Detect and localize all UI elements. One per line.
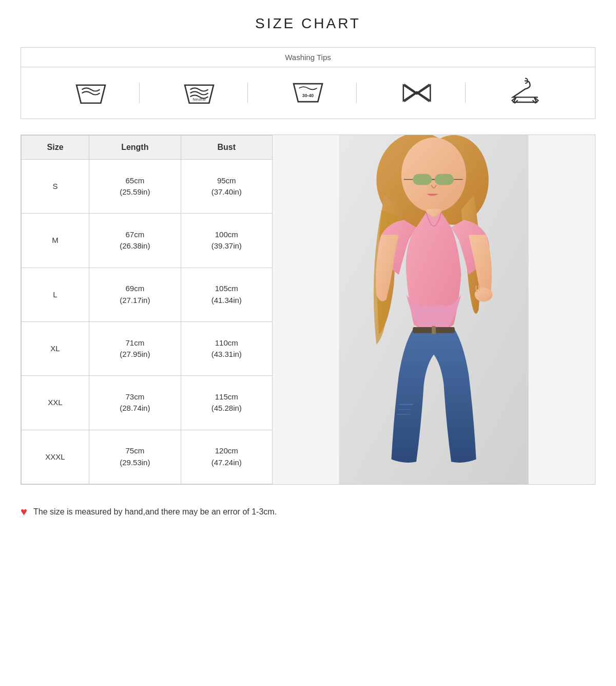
product-image-area: [273, 135, 595, 484]
washing-header: Washing Tips: [21, 48, 595, 67]
hang-dry-icon: [507, 78, 543, 108]
footer-note: ♥ The size is measured by hand,and there…: [21, 500, 595, 524]
table-row: M67cm (26.38in)100cm (39.37in): [22, 214, 273, 268]
footer-text: The size is measured by hand,and there m…: [33, 507, 277, 517]
table-row: XXL73cm (28.74in)115cm (45.28in): [22, 376, 273, 430]
hand-wash-icon-item: [73, 78, 109, 108]
col-header-size: Size: [22, 136, 89, 160]
cell-size: L: [22, 268, 89, 321]
cell-bust: 120cm (47.24in): [181, 430, 272, 484]
cell-size: S: [22, 160, 89, 214]
table-row: XXXL75cm (29.53in)120cm (47.24in): [22, 430, 273, 484]
cell-size: M: [22, 214, 89, 268]
svg-text:Neutral: Neutral: [193, 97, 206, 102]
hand-wash-icon: [73, 78, 109, 108]
page-title: SIZE CHART: [255, 15, 361, 32]
cell-length: 69cm (27.17in): [89, 268, 181, 321]
neutral-wash-icon: Neutral: [181, 78, 217, 108]
table-row: L69cm (27.17in)105cm (41.34in): [22, 268, 273, 321]
cell-size: XXL: [22, 376, 89, 430]
cell-size: XL: [22, 321, 89, 375]
no-dryclean-icon: [399, 78, 435, 108]
cell-length: 73cm (28.74in): [89, 376, 181, 430]
svg-point-15: [475, 288, 493, 301]
cell-bust: 95cm (37.40in): [181, 160, 272, 214]
svg-point-7: [401, 138, 466, 213]
size-table: Size Length Bust S65cm (25.59in)95cm (37…: [21, 135, 273, 484]
product-figure-svg: [336, 135, 531, 484]
svg-rect-8: [413, 174, 432, 185]
cell-length: 71cm (27.95in): [89, 321, 181, 375]
cell-length: 75cm (29.53in): [89, 430, 181, 484]
temp-wash-icon-item: 30-40: [290, 78, 326, 108]
col-header-bust: Bust: [181, 136, 272, 160]
cell-bust: 105cm (41.34in): [181, 268, 272, 321]
table-row: S65cm (25.59in)95cm (37.40in): [22, 160, 273, 214]
table-row: XL71cm (27.95in)110cm (43.31in): [22, 321, 273, 375]
cell-bust: 115cm (45.28in): [181, 376, 272, 430]
cell-length: 65cm (25.59in): [89, 160, 181, 214]
cell-length: 67cm (26.38in): [89, 214, 181, 268]
heart-icon: ♥: [21, 505, 27, 519]
col-header-length: Length: [89, 136, 181, 160]
cell-size: XXXL: [22, 430, 89, 484]
main-content: Size Length Bust S65cm (25.59in)95cm (37…: [21, 135, 595, 485]
hang-dry-icon-item: [507, 78, 543, 108]
neutral-wash-icon-item: Neutral: [181, 78, 217, 108]
svg-text:30-40: 30-40: [302, 93, 314, 98]
cell-bust: 100cm (39.37in): [181, 214, 272, 268]
temp-wash-icon: 30-40: [290, 78, 326, 108]
svg-rect-20: [432, 326, 436, 334]
cell-bust: 110cm (43.31in): [181, 321, 272, 375]
washing-icons-row: Neutral 30-40: [21, 67, 595, 119]
washing-section: Washing Tips Neutral: [21, 47, 595, 119]
svg-rect-9: [435, 174, 454, 185]
no-dryclean-icon-item: [399, 78, 435, 108]
